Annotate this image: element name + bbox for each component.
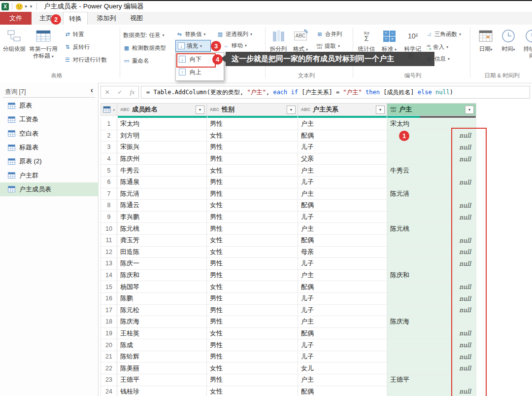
- fx-icon[interactable]: fx: [130, 88, 134, 96]
- cell[interactable]: 陈通云: [117, 200, 207, 212]
- row-number[interactable]: 24: [100, 386, 117, 396]
- filter-icon[interactable]: ▼: [465, 106, 474, 114]
- cell[interactable]: null: [387, 258, 476, 270]
- cell[interactable]: 宋太均: [387, 118, 476, 130]
- trigonometry-button[interactable]: ⊿ 三角函数▾: [426, 31, 461, 38]
- cell[interactable]: 儿子: [298, 258, 387, 270]
- filter-icon[interactable]: ▼: [287, 106, 296, 114]
- query-item[interactable]: 原表 (2): [0, 154, 99, 168]
- cell[interactable]: 女性: [207, 235, 298, 247]
- column-header-member-name[interactable]: ABC 成员姓名 ▼: [117, 103, 207, 116]
- duration-button[interactable]: 持续时间: [522, 29, 532, 59]
- fill-button[interactable]: ↓ 填充 ▾: [175, 40, 211, 52]
- query-item[interactable]: 户主群: [0, 168, 99, 182]
- cell[interactable]: 陈通泉: [117, 177, 207, 188]
- standard-button[interactable]: +−÷× 标准 ▾: [380, 29, 398, 53]
- tab-add-column[interactable]: 添加列: [92, 12, 121, 25]
- format-button[interactable]: ABC✎ 格式 ▾: [292, 29, 309, 53]
- row-number[interactable]: 20: [100, 339, 117, 351]
- cell[interactable]: 配偶: [298, 200, 387, 212]
- cell[interactable]: 王德平: [387, 374, 476, 386]
- cell[interactable]: null: [387, 177, 476, 188]
- row-number[interactable]: 2: [100, 130, 117, 142]
- cell[interactable]: null: [387, 212, 476, 223]
- replace-values-button[interactable]: ⇋ 替换值▾: [176, 31, 206, 38]
- cell[interactable]: 儿子: [298, 177, 387, 188]
- merge-columns-button[interactable]: ⊞ 合并列: [316, 31, 342, 38]
- cell[interactable]: 陈庆州: [117, 153, 207, 165]
- extract-button[interactable]: ABC123 提取▾: [316, 42, 340, 50]
- row-number[interactable]: 10: [100, 223, 117, 235]
- cell[interactable]: 儿子: [298, 339, 387, 351]
- cell[interactable]: 户主: [298, 118, 387, 130]
- reverse-rows-button[interactable]: ⇅ 反转行: [64, 43, 90, 51]
- cell[interactable]: 儿子: [298, 142, 387, 153]
- cell[interactable]: 陈铪辉: [117, 351, 207, 363]
- row-number[interactable]: 21: [100, 351, 117, 363]
- rename-button[interactable]: ▭ 重命名: [123, 57, 149, 65]
- row-number[interactable]: 4: [100, 153, 117, 165]
- filter-icon[interactable]: ▼: [376, 106, 385, 114]
- row-number[interactable]: 16: [100, 293, 117, 305]
- cell[interactable]: 宋振兴: [117, 142, 207, 153]
- chevron-down-icon[interactable]: ▾: [25, 4, 27, 9]
- query-item[interactable]: 工资条: [0, 112, 99, 126]
- cell[interactable]: 王桂英: [117, 328, 207, 340]
- cell[interactable]: null: [387, 247, 476, 258]
- cell[interactable]: 父亲: [298, 153, 387, 165]
- cell[interactable]: 户主: [298, 316, 387, 328]
- cell[interactable]: 男性: [207, 142, 298, 153]
- cell[interactable]: 男性: [207, 212, 298, 223]
- cell[interactable]: 配偶: [298, 386, 387, 396]
- row-number[interactable]: 9: [100, 212, 117, 223]
- cell[interactable]: 牛秀云: [387, 165, 476, 177]
- cell[interactable]: 配偶: [298, 281, 387, 293]
- fill-up-menu-item[interactable]: ↑ 向上: [176, 66, 224, 78]
- cell[interactable]: 女性: [207, 281, 298, 293]
- time-button[interactable]: 时间▾: [499, 29, 517, 53]
- cell[interactable]: null: [387, 153, 476, 165]
- query-item[interactable]: 空白表: [0, 127, 99, 141]
- cell[interactable]: 陈庆海: [117, 316, 207, 328]
- query-item[interactable]: 标题表: [0, 141, 99, 154]
- cell[interactable]: null: [387, 200, 476, 212]
- cell[interactable]: 女性: [207, 200, 298, 212]
- cell[interactable]: 母亲: [298, 247, 387, 258]
- cell[interactable]: 陈庆一: [117, 258, 207, 270]
- cell[interactable]: 刘方明: [117, 130, 207, 142]
- cell[interactable]: 女性: [207, 165, 298, 177]
- detect-data-type-button[interactable]: ▦ 检测数据类型: [123, 44, 166, 52]
- cell[interactable]: 牛秀云: [117, 165, 207, 177]
- cell[interactable]: 陈庆和: [117, 270, 207, 282]
- tab-view[interactable]: 视图: [125, 12, 148, 25]
- cell[interactable]: 王德平: [117, 374, 207, 386]
- cell[interactable]: 户主: [298, 374, 387, 386]
- cell[interactable]: null: [387, 281, 476, 293]
- cell[interactable]: null: [387, 351, 476, 363]
- row-number[interactable]: 1: [100, 118, 117, 130]
- cell[interactable]: 男性: [207, 188, 298, 200]
- feedback-smiley-icon[interactable]: 🙂: [15, 3, 23, 10]
- cell[interactable]: null: [387, 339, 476, 351]
- row-number[interactable]: 13: [100, 258, 117, 270]
- column-header-relation[interactable]: ABC 户主关系 ▼: [298, 103, 387, 116]
- use-first-row-button[interactable]: 将第一行用作标题 ▾: [29, 29, 58, 60]
- column-header-gender[interactable]: ABC 性别 ▼: [207, 103, 298, 116]
- row-number[interactable]: 19: [100, 328, 117, 340]
- row-number[interactable]: 3: [100, 142, 117, 153]
- cell[interactable]: null: [387, 235, 476, 247]
- rounding-button[interactable]: .00→.0 舍入▾: [426, 43, 448, 51]
- cell[interactable]: 田造陈: [117, 247, 207, 258]
- date-button[interactable]: 日期▾: [477, 29, 495, 53]
- cell[interactable]: 儿子: [298, 212, 387, 223]
- tab-transform[interactable]: 转换: [63, 12, 88, 25]
- cell[interactable]: 陈庆和: [387, 270, 476, 282]
- row-number[interactable]: 18: [100, 316, 117, 328]
- cell[interactable]: 陈成: [117, 339, 207, 351]
- move-button[interactable]: ⇔ 移动▾: [223, 42, 247, 49]
- cell[interactable]: 男性: [207, 223, 298, 235]
- cell[interactable]: 配偶: [298, 130, 387, 142]
- cell[interactable]: 男性: [207, 374, 298, 386]
- cell[interactable]: 女性: [207, 328, 298, 340]
- cell[interactable]: 儿子: [298, 293, 387, 305]
